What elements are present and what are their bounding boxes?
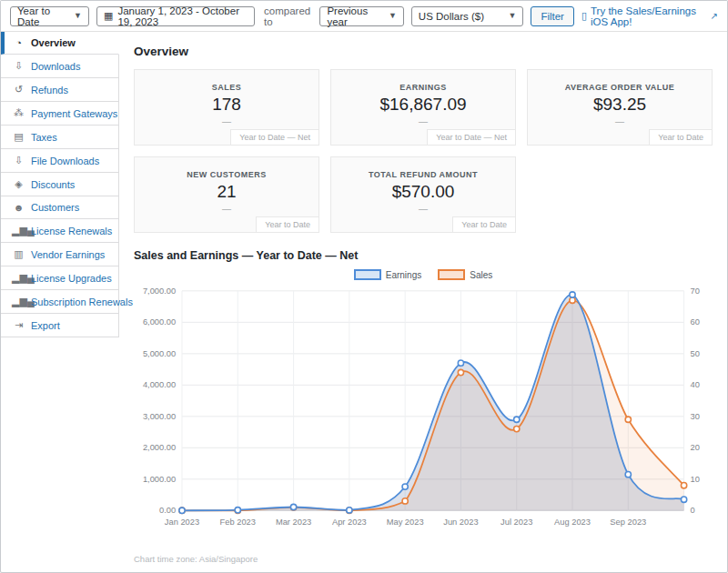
chart-canvas[interactable]: 0.0001,000.00102,000.00203,000.00304,000… bbox=[134, 284, 713, 552]
sidebar-item-label: Overview bbox=[31, 37, 76, 48]
chart-bar-icon: ▂▆▄ bbox=[12, 225, 25, 236]
earnings-point[interactable] bbox=[625, 471, 631, 477]
stat-delta: — bbox=[135, 204, 318, 214]
right-axis-tick: 10 bbox=[690, 475, 699, 484]
sales-point[interactable] bbox=[625, 417, 631, 422]
stat-delta: — bbox=[528, 116, 712, 126]
right-axis-tick: 60 bbox=[690, 317, 699, 327]
sidebar-item-license-upgrades[interactable]: ▂▆▄License Upgrades bbox=[1, 266, 119, 290]
chart-timezone-note: Chart time zone: Asia/Singapore bbox=[134, 554, 713, 564]
x-axis-tick: Apr 2023 bbox=[332, 518, 367, 527]
stat-tile-earnings: EARNINGS$16,867.09—Year to Date — Net bbox=[330, 69, 516, 146]
sidebar-item-label: License Renewals bbox=[31, 226, 112, 236]
left-axis-tick: 0.00 bbox=[159, 506, 176, 515]
earnings-point[interactable] bbox=[681, 497, 686, 502]
earnings-point[interactable] bbox=[347, 508, 352, 513]
ios-app-link-label: Try the Sales/Earnings iOS App! bbox=[591, 5, 707, 27]
sales-point[interactable] bbox=[458, 369, 463, 375]
chart-bar-icon: ▂▆▄ bbox=[12, 272, 25, 284]
x-axis-tick: Jul 2023 bbox=[500, 518, 532, 527]
stat-value: $16,867.09 bbox=[331, 95, 515, 115]
earnings-point[interactable] bbox=[402, 484, 408, 489]
compared-to-label: compared to bbox=[262, 5, 312, 27]
reports-page: Year to Date ▼ ▦ January 1, 2023 - Octob… bbox=[0, 0, 728, 573]
right-axis-tick: 0 bbox=[690, 506, 694, 515]
sidebar-item-discounts[interactable]: ◈Discounts bbox=[1, 173, 119, 196]
sidebar-item-label: Subscription Renewals bbox=[31, 297, 133, 307]
right-axis-tick: 20 bbox=[690, 443, 699, 452]
sales-point[interactable] bbox=[402, 498, 408, 504]
compare-preset-value: Previous year bbox=[327, 5, 374, 27]
sidebar-item-overview[interactable]: ◔Overview bbox=[1, 32, 119, 55]
external-link-icon: ↗ bbox=[711, 11, 718, 21]
tag-icon: ◈ bbox=[12, 178, 25, 190]
sidebar-item-file-downloads[interactable]: ⇩File Downloads bbox=[1, 149, 119, 173]
x-axis-tick: Mar 2023 bbox=[276, 518, 311, 527]
sidebar-item-payment-gateways[interactable]: ⁂Payment Gateways bbox=[1, 102, 119, 126]
stat-delta: — bbox=[135, 116, 318, 126]
stat-value: $570.00 bbox=[331, 182, 515, 202]
sidebar-item-taxes[interactable]: ▤Taxes bbox=[1, 126, 119, 149]
earnings-point[interactable] bbox=[514, 417, 520, 422]
stat-label: EARNINGS bbox=[331, 83, 515, 92]
chevron-down-icon: ▼ bbox=[389, 11, 397, 20]
stat-tile-total-refund-amount: TOTAL REFUND AMOUNT$570.00—Year to Date bbox=[330, 156, 516, 233]
sidebar-item-subscription-renewals[interactable]: ▂▆▄Subscription Renewals bbox=[1, 290, 119, 314]
sidebar-item-refunds[interactable]: ↺Refunds bbox=[1, 78, 119, 102]
groups-icon: ☻ bbox=[12, 202, 25, 213]
left-axis-tick: 1,000.00 bbox=[143, 475, 176, 484]
left-axis-tick: 7,000.00 bbox=[143, 286, 176, 296]
earnings-point[interactable] bbox=[235, 508, 240, 513]
content-area: ◔Overview⇩Downloads↺Refunds⁂Payment Gate… bbox=[1, 32, 727, 572]
legend-label: Earnings bbox=[386, 270, 421, 280]
sidebar-item-customers[interactable]: ☻Customers bbox=[1, 196, 119, 219]
stat-tiles: SALES178—Year to Date — NetEARNINGS$16,8… bbox=[134, 69, 713, 233]
sales-point[interactable] bbox=[570, 297, 575, 303]
sidebar-item-label: License Upgrades bbox=[31, 273, 112, 284]
sidebar-item-vendor-earnings[interactable]: ▥Vendor Earnings bbox=[1, 243, 119, 266]
network-icon: ⁂ bbox=[12, 107, 25, 119]
legend-swatch-icon bbox=[438, 269, 465, 280]
stat-delta: — bbox=[331, 204, 515, 214]
stat-tile-sales: SALES178—Year to Date — Net bbox=[134, 69, 319, 146]
legend-item-sales[interactable]: Sales bbox=[438, 269, 492, 280]
page-title: Overview bbox=[134, 45, 713, 58]
stat-range-badge: Year to Date bbox=[256, 216, 318, 232]
currency-select[interactable]: US Dollars ($) ▼ bbox=[411, 6, 524, 26]
legend-item-earnings[interactable]: Earnings bbox=[354, 269, 421, 280]
x-axis-tick: May 2023 bbox=[387, 518, 424, 527]
sidebar-item-downloads[interactable]: ⇩Downloads bbox=[1, 55, 119, 78]
stat-value: 178 bbox=[135, 95, 318, 115]
stat-tile-average-order-value: AVERAGE ORDER VALUE$93.25—Year to Date bbox=[527, 69, 713, 146]
sidebar-item-license-renewals[interactable]: ▂▆▄License Renewals bbox=[1, 219, 119, 243]
earnings-point[interactable] bbox=[179, 508, 185, 513]
x-axis-tick: Jun 2023 bbox=[443, 518, 478, 527]
sidebar-item-label: Vendor Earnings bbox=[31, 249, 105, 260]
compare-preset-select[interactable]: Previous year ▼ bbox=[319, 6, 403, 26]
dashboard-icon: ◔ bbox=[12, 37, 25, 48]
stat-label: AVERAGE ORDER VALUE bbox=[528, 83, 712, 92]
ios-app-link[interactable]: ▯ Try the Sales/Earnings iOS App! ↗ bbox=[581, 5, 718, 27]
earnings-point[interactable] bbox=[290, 504, 296, 509]
smartphone-icon: ▯ bbox=[581, 10, 587, 22]
filter-button[interactable]: Filter bbox=[531, 6, 574, 26]
right-axis-tick: 50 bbox=[690, 349, 699, 358]
sidebar-item-export[interactable]: ⇥Export bbox=[1, 314, 119, 337]
sales-point[interactable] bbox=[514, 426, 520, 431]
earnings-point[interactable] bbox=[570, 292, 575, 297]
stat-label: TOTAL REFUND AMOUNT bbox=[331, 170, 515, 179]
currency-value: US Dollars ($) bbox=[419, 11, 484, 22]
undo-icon: ↺ bbox=[12, 84, 25, 96]
chart-legend: EarningsSales bbox=[134, 269, 713, 280]
earnings-point[interactable] bbox=[458, 360, 463, 366]
download-icon: ⇩ bbox=[12, 60, 25, 72]
left-axis-tick: 5,000.00 bbox=[143, 349, 176, 358]
date-range-input[interactable]: ▦ January 1, 2023 - October 19, 2023 bbox=[96, 6, 255, 26]
stat-range-badge: Year to Date bbox=[649, 129, 712, 145]
x-axis-tick: Feb 2023 bbox=[220, 518, 256, 527]
sales-point[interactable] bbox=[681, 483, 686, 488]
stat-label: NEW CUSTOMERS bbox=[135, 170, 318, 179]
sidebar-item-label: Taxes bbox=[31, 132, 57, 143]
date-range-preset-select[interactable]: Year to Date ▼ bbox=[10, 6, 89, 26]
sales-earnings-chart[interactable]: 0.0001,000.00102,000.00203,000.00304,000… bbox=[134, 284, 713, 548]
